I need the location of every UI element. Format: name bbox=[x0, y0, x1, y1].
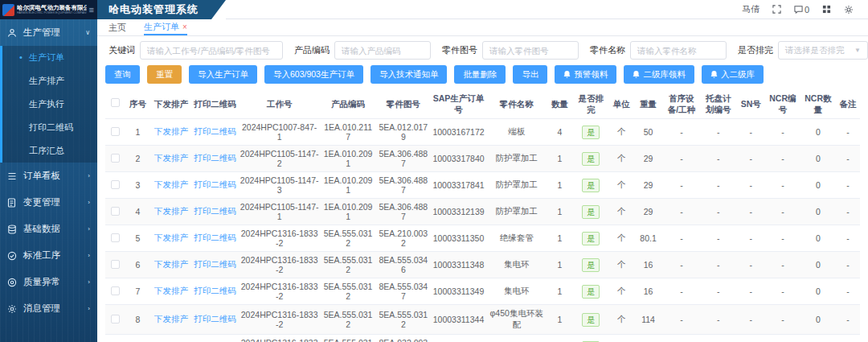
sidebar-item-1[interactable]: 订单看板› bbox=[0, 163, 97, 189]
search-button[interactable]: 查询 bbox=[105, 65, 140, 84]
send-schedule-link[interactable]: 下发排产 bbox=[154, 179, 188, 189]
cell-ncr_qty: 0 bbox=[800, 119, 836, 146]
apps-grid-icon[interactable] bbox=[822, 5, 831, 14]
print-qrcode-link[interactable]: 打印二维码 bbox=[194, 126, 236, 136]
product-code-input[interactable] bbox=[334, 41, 431, 60]
top-header: 哈尔滨电气动力装备有限公司 HARBIN ELECTRIC POWER EQUI… bbox=[0, 0, 868, 19]
cell-sn_no: - bbox=[737, 335, 765, 342]
level2-in-button[interactable]: 入二级库 bbox=[702, 65, 764, 84]
part-name-input[interactable] bbox=[630, 41, 727, 60]
cell-unit: 个 bbox=[609, 225, 633, 252]
print-qrcode-link[interactable]: 打印二维码 bbox=[194, 179, 236, 189]
sidebar-item-6[interactable]: 消息管理› bbox=[0, 295, 97, 322]
column-header: NCR编号 bbox=[765, 89, 800, 119]
cell-seq: 3 bbox=[125, 172, 151, 199]
row-checkbox[interactable] bbox=[111, 315, 120, 323]
bell-icon bbox=[710, 71, 718, 79]
send-schedule-link[interactable]: 下发排产 bbox=[154, 233, 188, 242]
cell-part_no: 5EA.210.0032 bbox=[375, 225, 431, 252]
print-qrcode-link[interactable]: 打印二维码 bbox=[194, 314, 236, 323]
sidebar-subitem[interactable]: 打印二维码 bbox=[2, 116, 97, 139]
scheduled-badge: 是 bbox=[582, 179, 600, 192]
sidebar-item-5[interactable]: 质量异常› bbox=[0, 269, 97, 295]
row-checkbox[interactable] bbox=[111, 286, 120, 295]
cell-work_no: 2024HPC1316-1833-2 bbox=[239, 278, 321, 305]
sidebar-item-0[interactable]: 生产管理∨ bbox=[0, 19, 97, 46]
print-qrcode-link[interactable]: 打印二维码 bbox=[194, 153, 236, 163]
cell-part_no: 5EA.306.4887 bbox=[375, 199, 431, 225]
table-row: 4下发排产打印二维码2024HPC1105-1147-11EA.010.2091… bbox=[105, 199, 860, 225]
row-checkbox[interactable] bbox=[111, 260, 120, 269]
cell-remark: - bbox=[836, 252, 860, 278]
import-603-903-button[interactable]: 导入603/903生产订单 bbox=[264, 65, 363, 84]
column-header: 打印二维码 bbox=[191, 89, 238, 119]
close-tab-icon[interactable]: × bbox=[182, 23, 187, 31]
message-icon[interactable]: 0 bbox=[794, 5, 809, 14]
chevron-icon: › bbox=[88, 199, 90, 206]
sidebar-item-3[interactable]: 基础数据› bbox=[0, 216, 97, 242]
part-no-input[interactable] bbox=[482, 41, 579, 60]
scheduled-badge: 是 bbox=[582, 152, 600, 166]
cell-sn_no: - bbox=[737, 305, 765, 335]
cell-sap_no: 10003167172 bbox=[431, 119, 486, 146]
send-schedule-link[interactable]: 下发排产 bbox=[154, 153, 188, 163]
send-schedule-link[interactable]: 下发排产 bbox=[154, 259, 188, 269]
cell-weight: 29 bbox=[633, 172, 663, 199]
select-all-checkbox[interactable] bbox=[111, 98, 120, 107]
reset-button[interactable]: 重置 bbox=[147, 65, 182, 84]
tab-0[interactable]: 主页 bbox=[108, 19, 126, 35]
send-schedule-link[interactable]: 下发排产 bbox=[154, 314, 188, 323]
cell-work_no: 2024HPC1316-1833-2 bbox=[239, 252, 321, 278]
print-qrcode-link[interactable]: 打印二维码 bbox=[194, 259, 236, 269]
cell-product_code: 5EA.555.0312 bbox=[321, 252, 376, 278]
product-code-label: 产品编码 bbox=[294, 44, 330, 56]
cell-sap_no: 10003317841 bbox=[431, 172, 486, 199]
export-button[interactable]: 导出 bbox=[513, 65, 547, 84]
row-checkbox[interactable] bbox=[111, 180, 120, 189]
table-row: 7下发排产打印二维码2024HPC1316-1833-25EA.555.0312… bbox=[105, 278, 860, 305]
sidebar-subitem[interactable]: 生产执行 bbox=[2, 93, 97, 116]
row-checkbox[interactable] bbox=[111, 233, 120, 242]
gear-icon[interactable] bbox=[844, 5, 854, 14]
sidebar-subitem[interactable]: 工序汇总 bbox=[2, 139, 97, 163]
table-row: 6下发排产打印二维码2024HPC1316-1833-25EA.555.0312… bbox=[105, 252, 860, 278]
print-qrcode-link[interactable]: 打印二维码 bbox=[194, 206, 236, 216]
cell-work_no: 2024HPC1105-1147-3 bbox=[239, 172, 321, 199]
scheduled-select[interactable]: 请选择是否排完 ▼ bbox=[778, 41, 868, 60]
cell-part_name: 端板 bbox=[486, 119, 547, 146]
warning-pick-button[interactable]: 预警领料 bbox=[555, 65, 616, 84]
cell-seq: 9 bbox=[125, 335, 151, 342]
sidebar-item-4[interactable]: 标准工序› bbox=[0, 242, 97, 269]
column-header: 零件名称 bbox=[486, 89, 547, 119]
send-schedule-link[interactable]: 下发排产 bbox=[154, 126, 188, 136]
import-order-button[interactable]: 导入生产订单 bbox=[189, 65, 257, 84]
tab-1[interactable]: 生产订单× bbox=[144, 19, 187, 35]
fullscreen-icon[interactable] bbox=[772, 5, 781, 14]
cell-work_no: 2024HPC1316-1833-2 bbox=[239, 225, 321, 252]
level2-pick-button[interactable]: 二级库领料 bbox=[624, 65, 694, 84]
cell-ncr_no: - bbox=[765, 278, 800, 305]
send-schedule-link[interactable]: 下发排产 bbox=[154, 286, 188, 295]
sidebar-item-2[interactable]: 变更管理› bbox=[0, 189, 97, 216]
send-schedule-link[interactable]: 下发排产 bbox=[154, 206, 188, 216]
cell-ncr_qty: 0 bbox=[800, 305, 836, 335]
sidebar-subitem[interactable]: 生产排产 bbox=[2, 69, 97, 93]
row-checkbox[interactable] bbox=[111, 154, 120, 163]
print-qrcode-link[interactable]: 打印二维码 bbox=[194, 233, 236, 242]
sidebar-subitem[interactable]: 生产订单 bbox=[2, 46, 97, 69]
import-tech-notice-button[interactable]: 导入技术通知单 bbox=[371, 65, 448, 84]
cell-pallet_no: - bbox=[700, 278, 737, 305]
user-name[interactable]: 马倩 bbox=[742, 3, 760, 15]
cell-sn_no: - bbox=[737, 225, 765, 252]
print-qrcode-link[interactable]: 打印二维码 bbox=[194, 286, 236, 295]
row-checkbox[interactable] bbox=[111, 127, 120, 136]
sidebar-collapse-icon[interactable]: ≡ bbox=[89, 6, 94, 14]
row-checkbox[interactable] bbox=[111, 207, 120, 216]
cell-work_no: 2024HPC1007-847-1 bbox=[239, 119, 321, 146]
cell-remark: - bbox=[836, 278, 860, 305]
column-header: 托盘计划编号 bbox=[700, 89, 737, 119]
keyword-input[interactable] bbox=[140, 41, 283, 60]
batch-delete-button[interactable]: 批量删除 bbox=[454, 65, 506, 84]
column-header: SAP生产订单号 bbox=[431, 89, 486, 119]
cell-remark: - bbox=[836, 119, 860, 146]
